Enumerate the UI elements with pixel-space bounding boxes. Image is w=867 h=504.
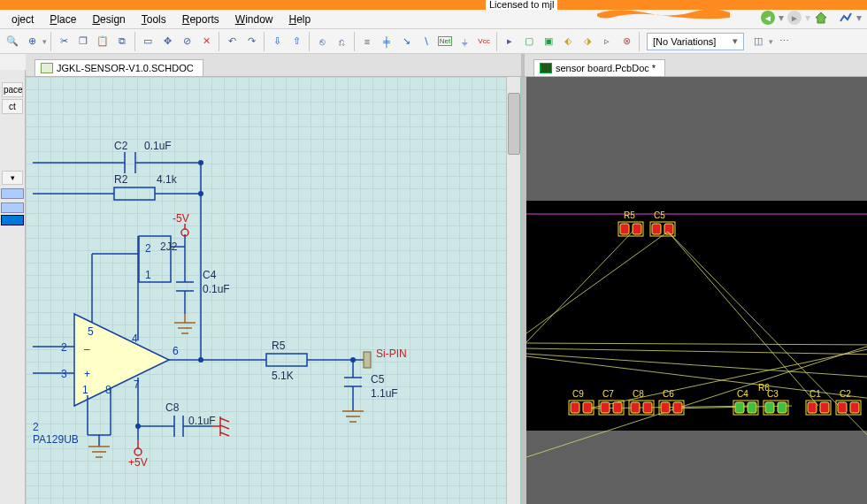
- tool-var-icon[interactable]: ◫: [749, 33, 767, 50]
- tool-wire-icon[interactable]: ≡: [358, 33, 376, 50]
- val-C5: 1.1uF: [371, 387, 398, 400]
- svg-rect-86: [601, 402, 610, 413]
- tool-paste-icon[interactable]: 📋: [94, 33, 111, 50]
- workspace: C2 0.1uF R2 4.1k 2 3 – + 6: [26, 77, 867, 504]
- tool-cross-icon[interactable]: ✕: [197, 33, 215, 50]
- tool-xref2-icon[interactable]: ⎌: [333, 33, 350, 50]
- variations-select[interactable]: [No Variations]▾: [647, 33, 744, 50]
- svg-rect-99: [748, 402, 756, 413]
- schematic-scrollbar[interactable]: [506, 77, 520, 504]
- svg-rect-83: [583, 402, 592, 413]
- pcb-editor[interactable]: R5 C5 R6: [526, 77, 867, 504]
- pin-3: 3: [61, 368, 67, 380]
- menu-help[interactable]: Help: [280, 11, 318, 27]
- svg-line-49: [220, 432, 229, 436]
- license-text: Licensed to mjl: [486, 0, 557, 10]
- pcb-canvas[interactable]: R5 C5 R6: [526, 77, 867, 504]
- tab-schematic[interactable]: JGKL-SENSOR-V1.0.SCHDOC: [35, 59, 203, 76]
- tool-select-icon[interactable]: ▭: [139, 33, 157, 50]
- svg-text:C4: C4: [737, 389, 748, 399]
- menu-reports[interactable]: Reports: [174, 11, 227, 27]
- tool-move-icon[interactable]: ✥: [158, 33, 176, 50]
- menu-design[interactable]: Design: [84, 11, 133, 27]
- pcb-comp-C7[interactable]: C7: [599, 389, 624, 415]
- tool-last-icon[interactable]: ⋯: [775, 33, 793, 50]
- tool-netlabel-icon[interactable]: ∖: [417, 33, 434, 50]
- nav-back-icon[interactable]: ◄: [761, 11, 775, 25]
- svg-line-77: [526, 342, 867, 457]
- home-icon[interactable]: [814, 11, 828, 25]
- tool-dup-icon[interactable]: ⧉: [113, 33, 131, 50]
- svg-text:C2: C2: [840, 389, 851, 399]
- svg-rect-87: [613, 402, 622, 413]
- pcb-comp-C2[interactable]: C2: [836, 389, 861, 415]
- tool-port-icon[interactable]: ⬖: [559, 33, 577, 50]
- tool-search-icon[interactable]: 🔍: [4, 33, 21, 50]
- tool-noerc-icon[interactable]: ⊗: [618, 33, 635, 50]
- svg-point-6: [198, 160, 203, 165]
- svg-rect-90: [631, 402, 640, 413]
- val-C4: 0.1uF: [203, 283, 230, 295]
- nav-icons: ◄ ▾ ► ▾ ▾: [761, 11, 862, 25]
- svg-text:R5: R5: [624, 210, 635, 220]
- panel-item[interactable]: [1, 188, 24, 199]
- tool-net-icon[interactable]: Net: [436, 33, 454, 50]
- svg-rect-91: [643, 402, 652, 413]
- svg-rect-107: [820, 402, 829, 413]
- pcb-comp-C8[interactable]: C8: [629, 389, 654, 415]
- pcb-comp-C6[interactable]: C6: [659, 389, 684, 415]
- svg-line-47: [220, 418, 229, 422]
- tool-hier-up-icon[interactable]: ⇧: [288, 33, 305, 50]
- document-tabs: JGKL-SENSOR-V1.0.SCHDOC sensor board.Pcb…: [26, 54, 867, 77]
- tool-sheet-icon[interactable]: ▢: [520, 33, 538, 50]
- pin-7: 7: [134, 378, 140, 391]
- tool-bus-icon[interactable]: ╪: [378, 33, 395, 50]
- pcb-comp-C3[interactable]: C3: [763, 389, 788, 415]
- tab-pcb[interactable]: sensor board.PcbDoc *: [533, 59, 665, 76]
- ref-C8: C8: [165, 401, 180, 414]
- tool-gnd-icon[interactable]: ⏚: [456, 33, 473, 50]
- pin-6: 6: [173, 345, 179, 357]
- tool-sheet2-icon[interactable]: ▣: [540, 33, 557, 50]
- menu-project[interactable]: oject: [4, 11, 42, 27]
- net-pos5v: +5V: [128, 456, 148, 469]
- chart-icon[interactable]: [839, 11, 853, 25]
- menu-place[interactable]: Place: [42, 11, 84, 27]
- panel-item[interactable]: [1, 202, 24, 213]
- val-C2: 0.1uF: [144, 140, 172, 152]
- tool-deselect-icon[interactable]: ⊘: [178, 33, 196, 50]
- tool-harness-icon[interactable]: ⬗: [579, 33, 596, 50]
- tool-zoom-icon[interactable]: ⊕: [23, 33, 41, 50]
- tool-bus-entry-icon[interactable]: ↘: [397, 33, 415, 50]
- tool-redo-icon[interactable]: ↷: [242, 33, 260, 50]
- svg-rect-110: [838, 402, 847, 413]
- ref-R5: R5: [272, 340, 286, 352]
- menu-tools[interactable]: Tools: [134, 11, 174, 27]
- schematic-editor[interactable]: C2 0.1uF R2 4.1k 2 3 – + 6: [26, 77, 521, 504]
- pcb-comp-C4[interactable]: C4: [733, 389, 758, 415]
- val-R2: 4.1k: [157, 173, 178, 186]
- svg-rect-111: [850, 402, 859, 413]
- tool-part-icon[interactable]: ▸: [501, 33, 518, 50]
- tool-xref1-icon[interactable]: ⎋: [313, 33, 331, 50]
- schematic-canvas[interactable]: C2 0.1uF R2 4.1k 2 3 – + 6: [26, 77, 521, 504]
- panel-dropdown-icon[interactable]: ▾: [2, 171, 23, 185]
- svg-point-43: [135, 424, 141, 429]
- svg-rect-94: [661, 402, 670, 413]
- tool-vcc-icon[interactable]: Vcc: [475, 33, 493, 50]
- tool-copy-icon[interactable]: ❐: [74, 33, 92, 50]
- pcb-comp-C9[interactable]: C9: [569, 389, 594, 415]
- nav-forward-icon[interactable]: ►: [787, 11, 802, 25]
- panel-btn-workspace[interactable]: pace: [2, 82, 23, 97]
- svg-rect-106: [808, 402, 817, 413]
- scrollbar-thumb[interactable]: [508, 93, 520, 155]
- tool-conn-icon[interactable]: ▹: [598, 33, 616, 50]
- tool-hier-down-icon[interactable]: ⇩: [268, 33, 286, 50]
- tool-undo-icon[interactable]: ↶: [223, 33, 241, 50]
- menu-window[interactable]: Window: [227, 11, 281, 27]
- panel-item-selected[interactable]: [1, 215, 24, 225]
- svg-line-75: [526, 354, 867, 378]
- svg-line-71: [668, 232, 818, 406]
- tool-cut-icon[interactable]: ✂: [55, 33, 73, 50]
- panel-btn-project[interactable]: ct: [2, 99, 23, 114]
